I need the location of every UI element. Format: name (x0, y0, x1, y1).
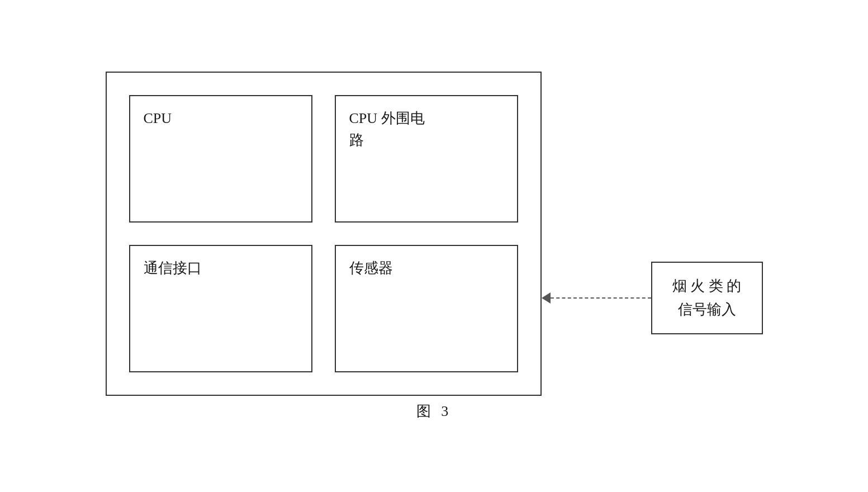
arrow-head-icon (542, 292, 551, 304)
cpu-peripheral-label: CPU 外围电路 (349, 107, 425, 151)
comm-interface-box: 通信接口 (129, 245, 312, 372)
sensor-label: 传感器 (349, 257, 393, 279)
signal-box: 烟 火 类 的信号输入 (651, 262, 763, 334)
signal-box-label: 烟 火 类 的信号输入 (672, 275, 742, 321)
dashed-arrow (542, 292, 651, 304)
cpu-peripheral-box: CPU 外围电路 (335, 95, 518, 223)
dashed-line (551, 297, 651, 299)
cpu-label: CPU (144, 107, 172, 129)
sensor-box: 传感器 (335, 245, 518, 372)
connector-row: 烟 火 类 的信号输入 (542, 262, 763, 334)
diagram-wrapper: CPU CPU 外围电路 通信接口 传感器 (106, 72, 763, 421)
cpu-box: CPU (129, 95, 312, 223)
diagram-row: CPU CPU 外围电路 通信接口 传感器 (106, 72, 763, 396)
page-container: CPU CPU 外围电路 通信接口 传感器 (0, 0, 868, 492)
main-system-box: CPU CPU 外围电路 通信接口 传感器 (106, 72, 542, 396)
figure-caption: 图 3 (416, 401, 452, 421)
comm-interface-label: 通信接口 (144, 257, 202, 279)
